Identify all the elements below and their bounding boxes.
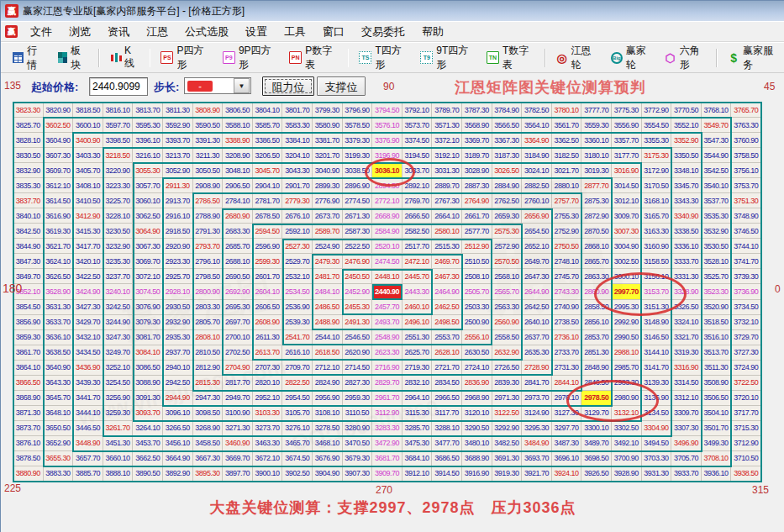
grid-cell: 3192.10 (432, 148, 461, 162)
menu-item-7[interactable]: 工具 (276, 23, 313, 41)
grid-cell: 3638.50 (44, 345, 73, 360)
grid-cell: 3552.10 (671, 118, 701, 132)
grid-cell: 3429.70 (73, 315, 103, 329)
grid-cell: 2596.90 (253, 239, 282, 253)
grid-cell: 3756.10 (731, 163, 760, 177)
menu-item-1[interactable]: 文件 (23, 23, 60, 41)
grid-cell: 3292.90 (492, 421, 522, 435)
toolbar-button-10[interactable]: ◎江恩轮 (550, 40, 604, 76)
grid-cell: 3700.90 (612, 451, 641, 466)
grid-cell: 3664.90 (163, 451, 192, 466)
grid-cell: 3417.70 (73, 239, 103, 253)
grid-cell: 3028.90 (462, 163, 492, 177)
grid-cell: 3847.30 (13, 254, 43, 268)
grid-cell: 3434.50 (73, 345, 103, 360)
grid-cell: 3681.70 (372, 451, 402, 466)
resistance-button[interactable]: 阻力位 (262, 76, 314, 96)
grid-cell: 3355.30 (642, 133, 671, 147)
grid-cell: 2901.70 (282, 178, 312, 192)
menu-item-3[interactable]: 资讯 (100, 23, 137, 41)
window-title: 赢家江恩专业版[赢家内部服务平台] - [价格正方形] (23, 4, 245, 18)
grid-cell: 3859.30 (13, 330, 43, 345)
grid-cell: 3691.30 (492, 451, 522, 466)
grid-cell: 3530.50 (702, 239, 731, 253)
grid-cell: 3904.90 (313, 466, 342, 481)
key-levels-summary: 大盘关键位测算：支撑2997、2978点 压力3036点 (1, 498, 784, 518)
toolbar-button-4[interactable]: PSP四方形 (154, 40, 215, 76)
step-combobox[interactable]: - ▼ (184, 77, 251, 94)
grid-cell: 2707.30 (253, 361, 282, 375)
grid-cell: 2844.10 (552, 376, 581, 390)
toolbar-button-11[interactable]: Big赢家轮 (604, 40, 658, 76)
toolbar-button-7[interactable]: TST四方形 (352, 40, 413, 76)
grid-cell: 3348.10 (671, 163, 701, 177)
menu-item-4[interactable]: 江恩 (139, 23, 176, 41)
grid-cell: 3266.50 (163, 421, 192, 435)
mdi-child-icon[interactable]: 赢 (5, 25, 18, 38)
toolbar-button-label: 江恩轮 (571, 44, 597, 72)
grid-cell: 3453.70 (133, 436, 162, 450)
toolbar-button-13[interactable]: $赢家服务 (721, 40, 784, 76)
grid-cell: 3057.70 (133, 178, 162, 192)
grid-cell: 3590.50 (193, 118, 223, 132)
grid-cell: 3655.30 (44, 451, 73, 466)
grid-cell: 3074.50 (133, 284, 162, 298)
grid-cell: 3396.10 (133, 133, 162, 147)
chevron-down-icon[interactable]: ▼ (234, 78, 250, 93)
toolbar-button-3[interactable]: K线 (103, 41, 145, 74)
menu-item-5[interactable]: 公式选股 (177, 23, 236, 41)
step-label: 步长: (154, 80, 179, 95)
grid-cell: 3727.30 (731, 345, 760, 360)
gann-square-grid: 3823.303820.903818.503816.103813.703811.… (13, 102, 761, 482)
toolbar-button-label: 9P四方形 (239, 44, 276, 72)
grid-cell: 3564.10 (522, 118, 551, 132)
toolbar-button-2[interactable]: 板块 (51, 40, 95, 76)
grid-cell: 2493.70 (372, 315, 402, 329)
angle-label-135: 135 (4, 80, 21, 92)
grid-cell: 3688.90 (462, 451, 492, 466)
grid-cell: 2565.70 (492, 284, 522, 298)
grid-cell: 3283.30 (372, 421, 402, 435)
menu-item-6[interactable]: 设置 (238, 23, 275, 41)
grid-cell: 3000.10 (612, 269, 641, 283)
grid-cell: 2719.30 (403, 361, 432, 375)
grid-cell: 2548.90 (372, 330, 402, 345)
grid-cell: 3520.90 (702, 300, 731, 314)
toolbar-button-8[interactable]: T99T四方形 (413, 40, 480, 76)
grid-cell: 3264.10 (133, 421, 162, 435)
grid-cell: 3660.10 (103, 451, 133, 466)
start-price-input[interactable] (89, 77, 148, 96)
toolbar-button-6[interactable]: PNP数字表 (282, 40, 344, 76)
grid-cell: 3105.70 (282, 406, 312, 420)
grid-cell: 2760.10 (522, 193, 551, 208)
grid-cell: 3823.30 (13, 103, 43, 117)
grid-cell: 3787.30 (462, 103, 492, 117)
grid-cell: 3734.50 (731, 300, 760, 314)
toolbar-button-5[interactable]: P99P四方形 (216, 40, 282, 76)
menu-item-8[interactable]: 窗口 (315, 23, 352, 41)
grid-cell: 2532.10 (282, 269, 312, 283)
grid-cell: 3907.30 (343, 466, 372, 481)
grid-cell: 3890.50 (133, 466, 162, 481)
grid-key-level-cell: 3036.10 (372, 163, 402, 177)
grid-cell: 3499.30 (702, 436, 731, 450)
grid-cell: 3619.30 (44, 224, 73, 238)
grid-cell: 3120.10 (462, 406, 492, 420)
menu-item-2[interactable]: 浏览 (61, 23, 98, 41)
grid-cell: 3856.90 (13, 315, 43, 329)
grid-cell: 3818.50 (73, 103, 103, 117)
grid-cell: 3280.90 (343, 421, 372, 435)
grid-cell: 3710.50 (731, 451, 760, 466)
grid-cell: 3835.30 (13, 178, 43, 192)
grid-cell: 3760.90 (731, 133, 760, 147)
toolbar-button-9[interactable]: TNT数字表 (480, 40, 541, 76)
toolbar-button-1[interactable]: 行情 (6, 40, 51, 76)
toolbar-button-12[interactable]: ⬡六角形 (658, 40, 713, 76)
grid-cell: 3878.50 (13, 451, 43, 466)
grid-cell: 3540.10 (702, 178, 731, 192)
menu-item-9[interactable]: 交易委托 (354, 23, 413, 41)
support-button[interactable]: 支撑位 (317, 76, 366, 96)
menu-item-10[interactable]: 帮助 (414, 23, 451, 41)
grid-cell: 2692.90 (223, 284, 252, 298)
grid-cell: 3828.10 (13, 133, 43, 147)
